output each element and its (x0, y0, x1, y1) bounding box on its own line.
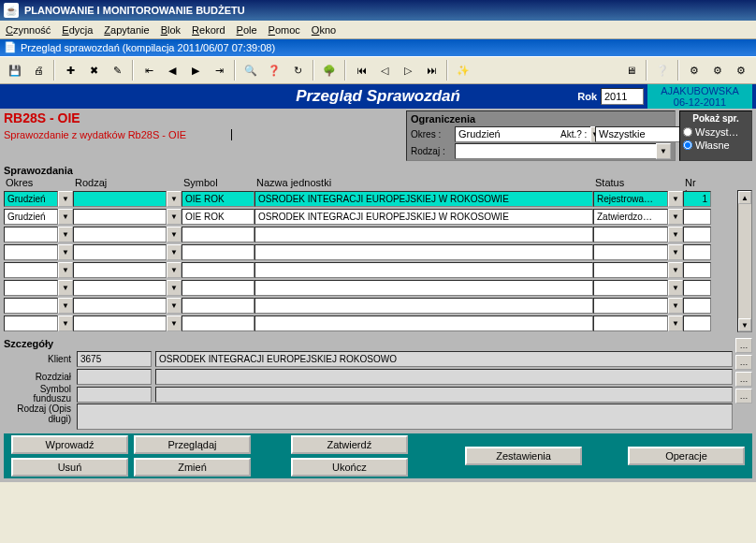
row-nazwa-input[interactable] (254, 280, 593, 296)
row-nrkor-input[interactable] (683, 316, 711, 331)
report-subtitle[interactable] (4, 129, 232, 140)
row-okres-combo[interactable]: ▼ (4, 227, 73, 242)
row-status-input[interactable] (593, 191, 668, 207)
zestawienia-button[interactable]: Zestawienia (465, 447, 582, 465)
row-rodzaj-input[interactable] (73, 298, 167, 314)
row-rodzaj-combo[interactable]: ▼ (73, 280, 182, 296)
prev-icon[interactable]: ◀ (161, 59, 183, 81)
zmien-button[interactable]: Zmień (134, 458, 251, 477)
row-okres-combo[interactable]: ▼ (4, 244, 73, 260)
row-rodzaj-input[interactable] (73, 280, 167, 296)
chevron-down-icon[interactable]: ▼ (668, 280, 683, 296)
side-btn-1[interactable]: … (735, 338, 752, 353)
row-okres-combo[interactable]: ▼ (4, 191, 73, 207)
chevron-down-icon[interactable]: ▼ (668, 209, 683, 225)
row-status-combo[interactable]: ▼ (593, 209, 683, 225)
row-symbol-input[interactable] (182, 244, 254, 260)
symbolf-desc-field[interactable] (155, 387, 733, 403)
row-rodzaj-input[interactable] (73, 227, 167, 242)
row-nazwa-input[interactable] (254, 262, 593, 278)
table-row[interactable]: ▼▼▼ (4, 279, 737, 297)
row-okres-input[interactable] (4, 244, 58, 260)
rozdzial-desc-field[interactable] (155, 369, 733, 385)
first-icon[interactable]: ⇤ (138, 59, 160, 81)
row-status-combo[interactable]: ▼ (593, 280, 683, 296)
row-okres-combo[interactable]: ▼ (4, 298, 73, 314)
row-okres-input[interactable] (4, 227, 58, 242)
row-symbol-input[interactable] (182, 298, 254, 314)
side-btn-2[interactable]: … (735, 355, 752, 370)
nav-prev-icon[interactable]: ◁ (373, 59, 396, 81)
row-okres-input[interactable] (4, 209, 58, 225)
row-okres-input[interactable] (4, 298, 58, 314)
menu-item[interactable]: Okno (312, 24, 336, 36)
klient-code-field[interactable] (77, 351, 152, 367)
menu-item[interactable]: Rekord (192, 24, 225, 36)
wprowadz-button[interactable]: Wprowadź (11, 435, 128, 454)
table-row[interactable]: ▼▼▼ (4, 226, 737, 243)
chevron-down-icon[interactable]: ▼ (668, 262, 683, 278)
grid-vscroll[interactable]: ▲ ▼ (737, 190, 752, 332)
menu-item[interactable]: Blok (161, 24, 181, 36)
row-okres-input[interactable] (4, 316, 58, 331)
menu-item[interactable]: Edycja (62, 24, 93, 36)
row-rodzaj-combo[interactable]: ▼ (73, 262, 182, 278)
akt-combo[interactable]: ▼ (595, 126, 671, 142)
chevron-down-icon[interactable]: ▼ (668, 316, 683, 331)
row-status-input[interactable] (593, 280, 668, 296)
row-status-combo[interactable]: ▼ (593, 262, 683, 278)
row-okres-input[interactable] (4, 262, 58, 278)
rozdzial-field[interactable] (77, 369, 152, 385)
row-nazwa-input[interactable] (254, 316, 593, 331)
table-row[interactable]: ▼▼▼ (4, 297, 737, 315)
next-icon[interactable]: ▶ (184, 59, 207, 81)
chevron-down-icon[interactable]: ▼ (668, 191, 683, 207)
print-icon[interactable]: 🖨 (27, 59, 50, 81)
nav-first-icon[interactable]: ⏮ (350, 59, 372, 81)
chevron-down-icon[interactable]: ▼ (167, 262, 182, 278)
row-status-input[interactable] (593, 209, 668, 225)
pokaz-opt-all[interactable]: Wszyst… (683, 125, 749, 139)
pref3-icon[interactable]: ⚙ (730, 59, 752, 81)
usun-button[interactable]: Usuń (11, 458, 128, 477)
chevron-down-icon[interactable]: ▼ (167, 227, 182, 242)
chevron-down-icon[interactable]: ▼ (656, 143, 671, 159)
rok-input[interactable] (601, 88, 644, 105)
row-rodzaj-combo[interactable]: ▼ (73, 316, 182, 331)
row-okres-input[interactable] (4, 280, 58, 296)
pokaz-opt-own[interactable]: Własne (683, 139, 749, 152)
side-btn-3[interactable]: … (735, 372, 752, 387)
nav-last-icon[interactable]: ⏭ (420, 59, 443, 81)
row-rodzaj-input[interactable] (73, 316, 167, 331)
delete-icon[interactable]: ✖ (82, 59, 105, 81)
row-nazwa-input[interactable] (254, 227, 593, 242)
table-row[interactable]: ▼▼▼ (4, 261, 737, 279)
row-okres-combo[interactable]: ▼ (4, 316, 73, 331)
row-nazwa-input[interactable] (254, 191, 593, 207)
row-rodzaj-input[interactable] (73, 262, 167, 278)
row-status-input[interactable] (593, 244, 668, 260)
scroll-down-icon[interactable]: ▼ (738, 318, 751, 331)
filter-icon[interactable]: 🔍 (240, 59, 262, 81)
rodzaj-input[interactable] (455, 143, 656, 159)
menu-item[interactable]: Czynność (6, 24, 51, 36)
monitor-icon[interactable]: 🖥 (619, 59, 642, 81)
row-status-combo[interactable]: ▼ (593, 191, 683, 207)
row-rodzaj-combo[interactable]: ▼ (73, 298, 182, 314)
tree-icon[interactable]: 🌳 (318, 59, 341, 81)
chevron-down-icon[interactable]: ▼ (58, 316, 73, 331)
menu-item[interactable]: Pole (237, 24, 257, 36)
row-okres-combo[interactable]: ▼ (4, 262, 73, 278)
find-icon[interactable]: ❓ (263, 59, 285, 81)
rodzaj-opis-field[interactable] (77, 404, 733, 430)
ukoncz-button[interactable]: Ukończ (291, 458, 408, 477)
row-symbol-input[interactable] (182, 227, 254, 242)
row-status-input[interactable] (593, 262, 668, 278)
table-row[interactable]: ▼▼▼ (4, 315, 737, 332)
chevron-down-icon[interactable]: ▼ (58, 227, 73, 242)
row-nazwa-input[interactable] (254, 209, 593, 225)
chevron-down-icon[interactable]: ▼ (58, 191, 73, 207)
chevron-down-icon[interactable]: ▼ (58, 298, 73, 314)
row-symbol-input[interactable] (182, 262, 254, 278)
row-rodzaj-input[interactable] (73, 209, 167, 225)
